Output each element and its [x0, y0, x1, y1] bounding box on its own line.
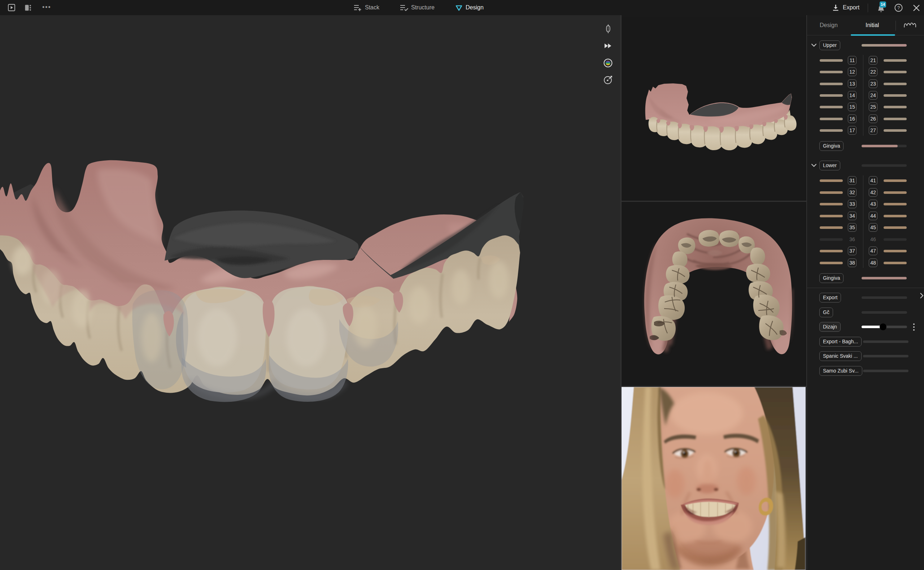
svg-text:?: ?	[897, 5, 900, 11]
